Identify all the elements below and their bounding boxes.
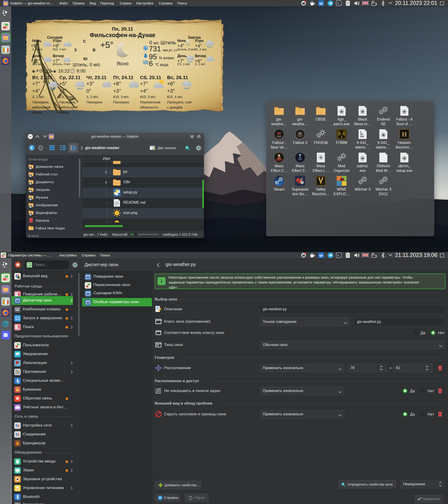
svg-text:H: H (402, 131, 407, 138)
svg-text:101: 101 (360, 135, 364, 138)
